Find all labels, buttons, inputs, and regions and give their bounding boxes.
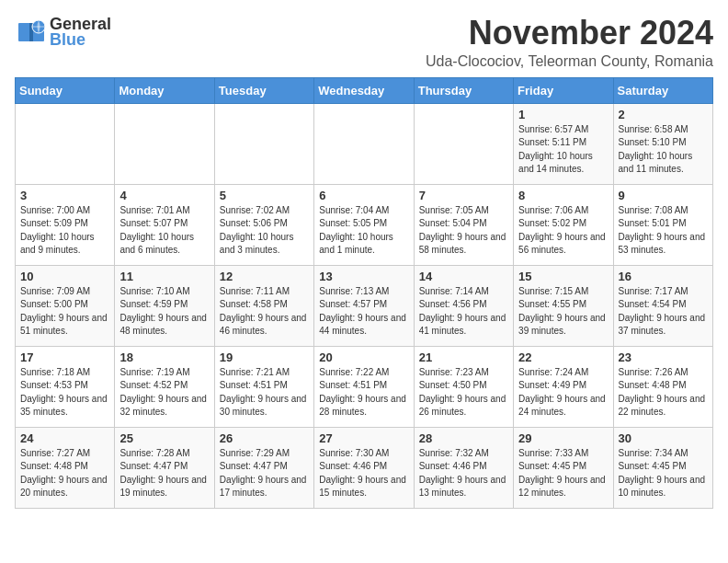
day-info: Sunrise: 7:00 AM Sunset: 5:09 PM Dayligh… (20, 204, 109, 258)
weekday-header: Tuesday (214, 77, 313, 103)
calendar-day-cell (115, 103, 214, 184)
day-info: Sunrise: 7:32 AM Sunset: 4:46 PM Dayligh… (419, 447, 508, 500)
day-number: 15 (518, 270, 608, 283)
day-info: Sunrise: 7:02 AM Sunset: 5:06 PM Dayligh… (220, 204, 309, 258)
day-info: Sunrise: 7:09 AM Sunset: 5:00 PM Dayligh… (20, 285, 109, 339)
calendar-day-cell: 30Sunrise: 7:34 AM Sunset: 4:45 PM Dayli… (613, 427, 712, 508)
logo: General Blue (15, 15, 111, 50)
day-number: 28 (419, 431, 508, 445)
day-number: 30 (619, 431, 708, 445)
day-number: 5 (220, 189, 309, 202)
day-number: 23 (619, 350, 708, 364)
calendar-day-cell: 21Sunrise: 7:23 AM Sunset: 4:50 PM Dayli… (414, 346, 513, 427)
day-info: Sunrise: 7:23 AM Sunset: 4:50 PM Dayligh… (419, 366, 508, 419)
day-number: 20 (319, 350, 408, 364)
page-header: General Blue November 2024 Uda-Clocociov… (15, 15, 713, 70)
day-number: 17 (20, 350, 109, 364)
weekday-header: Saturday (613, 77, 712, 103)
day-info: Sunrise: 7:21 AM Sunset: 4:51 PM Dayligh… (220, 366, 309, 419)
day-info: Sunrise: 7:05 AM Sunset: 5:04 PM Dayligh… (419, 204, 508, 258)
calendar-day-cell: 23Sunrise: 7:26 AM Sunset: 4:48 PM Dayli… (613, 346, 712, 427)
svg-rect-1 (18, 23, 30, 41)
calendar-week-row: 1Sunrise: 6:57 AM Sunset: 5:11 PM Daylig… (16, 103, 713, 184)
day-number: 11 (119, 270, 209, 283)
day-info: Sunrise: 7:06 AM Sunset: 5:02 PM Dayligh… (518, 204, 608, 258)
calendar-day-cell: 25Sunrise: 7:28 AM Sunset: 4:47 PM Dayli… (115, 427, 214, 508)
day-number: 27 (319, 431, 408, 445)
day-number: 7 (419, 189, 508, 202)
day-number: 14 (419, 270, 508, 283)
day-number: 10 (20, 270, 109, 283)
calendar-week-row: 10Sunrise: 7:09 AM Sunset: 5:00 PM Dayli… (16, 265, 713, 346)
day-info: Sunrise: 7:26 AM Sunset: 4:48 PM Dayligh… (619, 366, 708, 419)
day-info: Sunrise: 7:28 AM Sunset: 4:47 PM Dayligh… (119, 447, 209, 500)
day-number: 29 (518, 431, 608, 445)
calendar-day-cell: 4Sunrise: 7:01 AM Sunset: 5:07 PM Daylig… (115, 184, 214, 265)
day-number: 24 (20, 431, 109, 445)
calendar-day-cell (414, 103, 513, 184)
day-number: 26 (220, 431, 309, 445)
day-number: 2 (619, 108, 708, 121)
day-info: Sunrise: 7:17 AM Sunset: 4:54 PM Dayligh… (619, 285, 708, 339)
day-info: Sunrise: 7:19 AM Sunset: 4:52 PM Dayligh… (119, 366, 209, 419)
calendar-day-cell: 11Sunrise: 7:10 AM Sunset: 4:59 PM Dayli… (115, 265, 214, 346)
day-info: Sunrise: 7:10 AM Sunset: 4:59 PM Dayligh… (119, 285, 209, 339)
calendar-day-cell: 3Sunrise: 7:00 AM Sunset: 5:09 PM Daylig… (16, 184, 115, 265)
day-info: Sunrise: 7:33 AM Sunset: 4:45 PM Dayligh… (518, 447, 608, 500)
day-info: Sunrise: 7:30 AM Sunset: 4:46 PM Dayligh… (319, 447, 408, 500)
day-info: Sunrise: 7:34 AM Sunset: 4:45 PM Dayligh… (619, 447, 708, 500)
day-info: Sunrise: 7:11 AM Sunset: 4:58 PM Dayligh… (220, 285, 309, 339)
day-info: Sunrise: 7:18 AM Sunset: 4:53 PM Dayligh… (20, 366, 109, 419)
day-number: 19 (220, 350, 309, 364)
day-number: 16 (619, 270, 708, 283)
day-number: 9 (619, 189, 708, 202)
calendar-day-cell: 18Sunrise: 7:19 AM Sunset: 4:52 PM Dayli… (115, 346, 214, 427)
day-number: 18 (119, 350, 209, 364)
day-number: 21 (419, 350, 508, 364)
day-number: 22 (518, 350, 608, 364)
day-info: Sunrise: 6:58 AM Sunset: 5:10 PM Dayligh… (619, 123, 708, 177)
day-number: 13 (319, 270, 408, 283)
day-info: Sunrise: 6:57 AM Sunset: 5:11 PM Dayligh… (518, 123, 608, 177)
calendar-day-cell: 22Sunrise: 7:24 AM Sunset: 4:49 PM Dayli… (514, 346, 613, 427)
calendar-day-cell: 10Sunrise: 7:09 AM Sunset: 5:00 PM Dayli… (16, 265, 115, 346)
calendar-day-cell: 26Sunrise: 7:29 AM Sunset: 4:47 PM Dayli… (214, 427, 313, 508)
day-info: Sunrise: 7:01 AM Sunset: 5:07 PM Dayligh… (119, 204, 209, 258)
calendar-day-cell: 12Sunrise: 7:11 AM Sunset: 4:58 PM Dayli… (214, 265, 313, 346)
weekday-header: Monday (115, 77, 214, 103)
calendar-day-cell: 1Sunrise: 6:57 AM Sunset: 5:11 PM Daylig… (514, 103, 613, 184)
calendar-day-cell: 2Sunrise: 6:58 AM Sunset: 5:10 PM Daylig… (613, 103, 712, 184)
calendar-day-cell (16, 103, 115, 184)
day-info: Sunrise: 7:27 AM Sunset: 4:48 PM Dayligh… (20, 447, 109, 500)
calendar-day-cell: 19Sunrise: 7:21 AM Sunset: 4:51 PM Dayli… (214, 346, 313, 427)
calendar-day-cell: 17Sunrise: 7:18 AM Sunset: 4:53 PM Dayli… (16, 346, 115, 427)
day-info: Sunrise: 7:29 AM Sunset: 4:47 PM Dayligh… (220, 447, 309, 500)
calendar-day-cell: 6Sunrise: 7:04 AM Sunset: 5:05 PM Daylig… (314, 184, 414, 265)
calendar-day-cell: 5Sunrise: 7:02 AM Sunset: 5:06 PM Daylig… (214, 184, 313, 265)
calendar-day-cell: 16Sunrise: 7:17 AM Sunset: 4:54 PM Dayli… (613, 265, 712, 346)
calendar-table: SundayMondayTuesdayWednesdayThursdayFrid… (15, 77, 713, 509)
day-info: Sunrise: 7:13 AM Sunset: 4:57 PM Dayligh… (319, 285, 408, 339)
logo-icon (15, 16, 48, 49)
title-area: November 2024 Uda-Clocociov, Teleorman C… (426, 15, 713, 70)
calendar-day-cell (314, 103, 414, 184)
calendar-day-cell (214, 103, 313, 184)
day-info: Sunrise: 7:04 AM Sunset: 5:05 PM Dayligh… (319, 204, 408, 258)
calendar-week-row: 17Sunrise: 7:18 AM Sunset: 4:53 PM Dayli… (16, 346, 713, 427)
weekday-header: Sunday (16, 77, 115, 103)
calendar-day-cell: 8Sunrise: 7:06 AM Sunset: 5:02 PM Daylig… (514, 184, 613, 265)
calendar-day-cell: 24Sunrise: 7:27 AM Sunset: 4:48 PM Dayli… (16, 427, 115, 508)
calendar-day-cell: 7Sunrise: 7:05 AM Sunset: 5:04 PM Daylig… (414, 184, 513, 265)
day-number: 12 (220, 270, 309, 283)
day-number: 1 (518, 108, 608, 121)
weekday-header: Wednesday (314, 77, 414, 103)
calendar-day-cell: 28Sunrise: 7:32 AM Sunset: 4:46 PM Dayli… (414, 427, 513, 508)
calendar-day-cell: 9Sunrise: 7:08 AM Sunset: 5:01 PM Daylig… (613, 184, 712, 265)
weekday-header: Friday (514, 77, 613, 103)
day-number: 8 (518, 189, 608, 202)
calendar-day-cell: 14Sunrise: 7:14 AM Sunset: 4:56 PM Dayli… (414, 265, 513, 346)
day-number: 6 (319, 189, 408, 202)
weekday-header: Thursday (414, 77, 513, 103)
calendar-header-row: SundayMondayTuesdayWednesdayThursdayFrid… (16, 77, 713, 103)
day-info: Sunrise: 7:08 AM Sunset: 5:01 PM Dayligh… (619, 204, 708, 258)
